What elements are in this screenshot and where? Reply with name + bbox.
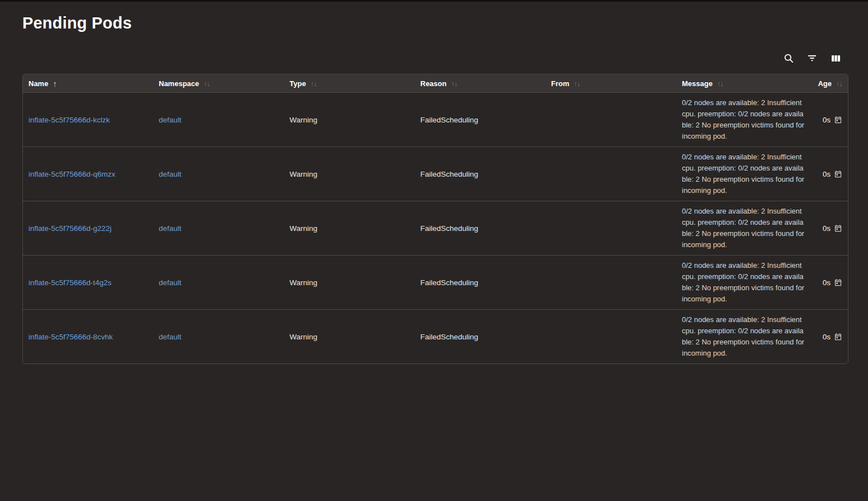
cell-type: Warning: [290, 170, 420, 178]
pod-name-link[interactable]: inflate-5c5f75666d-8cvhk: [29, 333, 159, 341]
column-header-reason[interactable]: Reason↑↓: [420, 79, 551, 88]
column-header-age[interactable]: Age↑↓: [808, 79, 842, 88]
arrows-up-down-icon: ↑↓: [310, 80, 316, 87]
calendar-icon: [834, 333, 842, 341]
column-selector-button[interactable]: [829, 52, 842, 64]
cell-type: Warning: [290, 333, 420, 341]
cell-message: 0/2 nodes are available: 2 Insufficient …: [682, 260, 806, 305]
table-row: inflate-5c5f75666d-kclzkdefaultWarningFa…: [23, 92, 848, 146]
arrow-up-icon: ↑: [53, 79, 57, 88]
arrows-up-down-icon: ↑↓: [836, 80, 842, 87]
pod-name-link[interactable]: inflate-5c5f75666d-g222j: [29, 224, 159, 233]
cell-message: 0/2 nodes are available: 2 Insufficient …: [682, 314, 806, 359]
column-label: Age: [818, 79, 832, 88]
column-label: From: [551, 79, 570, 88]
column-header-name[interactable]: Name↑: [29, 79, 159, 88]
arrows-up-down-icon: ↑↓: [574, 80, 580, 87]
calendar-icon: [834, 170, 842, 178]
cell-message: 0/2 nodes are available: 2 Insufficient …: [682, 206, 806, 250]
namespace-link[interactable]: default: [159, 278, 290, 287]
cell-age: 0s: [823, 116, 842, 124]
namespace-link[interactable]: default: [159, 224, 290, 233]
filter-button[interactable]: [806, 52, 818, 64]
cell-age: 0s: [823, 224, 842, 233]
age-value: 0s: [823, 224, 831, 233]
arrows-up-down-icon: ↑↓: [203, 80, 210, 87]
table-row: inflate-5c5f75666d-q6mzxdefaultWarningFa…: [23, 146, 848, 201]
cell-reason: FailedScheduling: [420, 116, 551, 124]
filter-icon: [807, 53, 818, 64]
namespace-link[interactable]: default: [159, 170, 290, 178]
cell-type: Warning: [290, 224, 420, 233]
arrows-up-down-icon: ↑↓: [451, 80, 457, 87]
search-button[interactable]: [782, 52, 795, 64]
column-label: Name: [29, 79, 48, 88]
age-value: 0s: [823, 170, 831, 178]
column-header-message[interactable]: Message↑↓: [682, 79, 808, 88]
table-header-row: Name↑Namespace↑↓Type↑↓Reason↑↓From↑↓Mess…: [23, 74, 848, 92]
namespace-link[interactable]: default: [159, 116, 290, 124]
cell-reason: FailedScheduling: [420, 333, 551, 341]
table-body: inflate-5c5f75666d-kclzkdefaultWarningFa…: [23, 92, 848, 363]
cell-type: Warning: [290, 116, 420, 124]
column-header-from[interactable]: From↑↓: [551, 79, 682, 88]
column-header-type[interactable]: Type↑↓: [290, 79, 420, 88]
table-row: inflate-5c5f75666d-8cvhkdefaultWarningFa…: [23, 309, 848, 363]
cell-age: 0s: [823, 333, 842, 341]
age-value: 0s: [823, 116, 831, 124]
calendar-icon: [834, 278, 842, 287]
pod-name-link[interactable]: inflate-5c5f75666d-q6mzx: [29, 170, 159, 178]
pod-name-link[interactable]: inflate-5c5f75666d-t4g2s: [29, 278, 159, 287]
cell-message: 0/2 nodes are available: 2 Insufficient …: [682, 152, 806, 196]
column-selector-icon: [831, 53, 841, 64]
cell-age: 0s: [823, 278, 842, 287]
column-label: Message: [682, 79, 713, 88]
cell-type: Warning: [290, 278, 420, 287]
page-title: Pending Pods: [22, 2, 868, 32]
pod-name-link[interactable]: inflate-5c5f75666d-kclzk: [29, 116, 159, 124]
table-toolbar: [22, 51, 848, 65]
namespace-link[interactable]: default: [159, 333, 290, 341]
age-value: 0s: [823, 333, 831, 341]
arrows-up-down-icon: ↑↓: [717, 80, 723, 87]
cell-age: 0s: [823, 170, 842, 178]
column-label: Type: [290, 79, 306, 88]
cell-reason: FailedScheduling: [420, 224, 551, 233]
column-header-namespace[interactable]: Namespace↑↓: [159, 79, 290, 88]
table-row: inflate-5c5f75666d-g222jdefaultWarningFa…: [23, 201, 848, 255]
pending-pods-page: Pending Pods: [0, 2, 868, 364]
age-value: 0s: [823, 278, 831, 287]
cell-reason: FailedScheduling: [420, 170, 551, 178]
column-label: Namespace: [159, 79, 199, 88]
search-icon: [783, 53, 794, 64]
cell-reason: FailedScheduling: [420, 278, 551, 287]
table-row: inflate-5c5f75666d-t4g2sdefaultWarningFa…: [23, 255, 848, 309]
calendar-icon: [834, 116, 842, 124]
column-label: Reason: [420, 79, 447, 88]
calendar-icon: [834, 224, 842, 233]
pending-pods-table: Name↑Namespace↑↓Type↑↓Reason↑↓From↑↓Mess…: [22, 74, 848, 364]
cell-message: 0/2 nodes are available: 2 Insufficient …: [682, 97, 806, 142]
